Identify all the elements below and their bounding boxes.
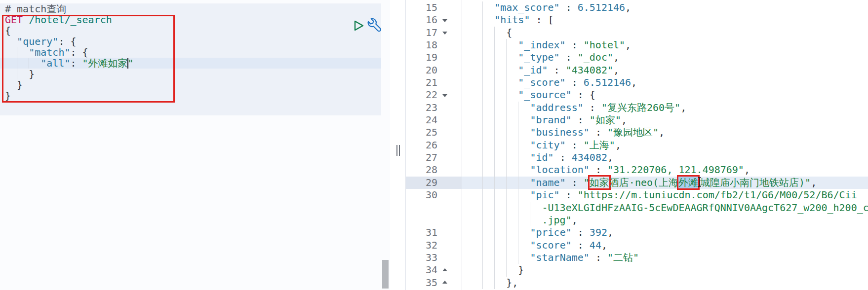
indent-guide-line — [506, 139, 507, 151]
fold-down-icon[interactable] — [442, 19, 447, 22]
indent-guide-line — [506, 114, 507, 126]
request-line: "match": { — [0, 47, 381, 58]
dev-tools-console: # match查询GET /hotel/_search{ "query": { … — [0, 0, 868, 290]
divider-grip-bar — [399, 145, 400, 156]
indent-guide-line — [494, 164, 495, 176]
code-token: 6.512146 — [584, 76, 631, 88]
request-line: } — [0, 90, 381, 101]
code-token: "city" — [530, 139, 565, 151]
request-line: "all": "外滩如家" — [0, 58, 381, 69]
fold-down-icon[interactable] — [442, 32, 447, 35]
code-token: , — [621, 114, 627, 126]
indent-guide-line — [482, 27, 483, 39]
code-token: , — [572, 214, 578, 226]
line-number: 27 — [406, 151, 437, 164]
indent-guide-line — [494, 51, 495, 64]
indent-guide-line — [482, 126, 483, 139]
line-number: 24 — [406, 114, 437, 126]
indent-guide-line — [29, 58, 29, 69]
fold-up-icon[interactable] — [442, 268, 447, 271]
code-token: .jpg" — [542, 214, 572, 226]
line-number: 15 — [406, 1, 437, 14]
code-token: "address" — [530, 102, 583, 113]
indent-guide-line — [518, 164, 518, 176]
pane-divider-handle[interactable] — [395, 145, 401, 156]
code-token: 434082 — [572, 151, 607, 163]
code-text: { — [5, 25, 11, 36]
code-token: : — [590, 164, 607, 176]
indent-guide-line — [494, 264, 495, 276]
code-token: , — [680, 102, 686, 113]
request-editor-lines: # match查询GET /hotel/_search{ "query": { … — [0, 3, 390, 101]
fold-up-icon[interactable] — [442, 281, 447, 284]
code-token: , — [625, 39, 631, 51]
request-options-button[interactable] — [367, 17, 382, 32]
code-token: 6.512146 — [578, 1, 625, 13]
code-token: : { — [70, 46, 88, 58]
indent-guide-line — [494, 76, 495, 89]
code-token: 44 — [590, 239, 601, 251]
indent-guide-line — [506, 39, 507, 51]
indent-guide-line — [482, 226, 483, 239]
response-line: 28 "location" : "31.220706, 121.498769", — [406, 164, 868, 176]
code-token: , — [659, 126, 665, 138]
indent-guide-line — [494, 252, 495, 264]
indent-guide-line — [518, 114, 518, 126]
indent-guide-line — [482, 14, 483, 26]
indent-guide-line — [518, 226, 518, 239]
code-token: , — [613, 51, 619, 63]
indent-guide-line — [506, 151, 507, 164]
line-number: 17 — [406, 27, 437, 39]
console-output-pane[interactable]: 15 "max_score" : 6.512146,16 "hits" : [1… — [406, 0, 868, 290]
indent-guide-line — [518, 189, 518, 201]
line-number: 25 — [406, 126, 437, 139]
indent-guide-line — [482, 189, 483, 201]
code-token: : — [560, 51, 578, 63]
code-token: # match查询 — [5, 3, 66, 15]
line-number: 33 — [406, 252, 437, 264]
code-token: "business" — [530, 126, 589, 138]
response-line: 23 "address" : "复兴东路260号", — [406, 102, 868, 114]
indent-guide-line — [530, 214, 530, 226]
code-token: , — [744, 164, 750, 176]
line-number: 32 — [406, 239, 437, 252]
code-text: "price" : 392, — [471, 226, 613, 238]
code-token: "31.220706, 121.498769" — [607, 164, 744, 176]
code-token: "_type" — [518, 51, 559, 63]
indent-guide-line — [506, 189, 507, 201]
editor-scrollbar-thumb[interactable] — [382, 260, 389, 289]
divider-grip-bar — [396, 145, 397, 156]
response-line: 32 "score" : 44, — [406, 239, 868, 252]
code-text: } — [5, 79, 23, 91]
code-text: "id" : 434082, — [471, 151, 613, 163]
wrench-icon — [367, 17, 382, 32]
indent-guide-line — [17, 47, 17, 58]
response-line: 31 "price" : 392, — [406, 226, 868, 239]
indent-guide-line — [482, 102, 483, 114]
code-token: "_score" — [518, 76, 565, 88]
indent-guide-line — [482, 39, 483, 51]
indent-guide-line — [494, 89, 495, 101]
code-text: { — [471, 27, 512, 38]
code-token: "_doc" — [578, 51, 613, 63]
response-line: 17 { — [406, 27, 868, 39]
response-line: 20 "_id" : "434082", — [406, 64, 868, 76]
console-editor-pane[interactable]: # match查询GET /hotel/_search{ "query": { … — [0, 0, 390, 290]
line-number: 18 — [406, 39, 437, 51]
code-text: "_id" : "434082", — [471, 64, 619, 76]
code-token: 392 — [590, 226, 607, 238]
code-token: "all" — [40, 57, 70, 69]
code-token: } — [17, 79, 23, 91]
indent-guide-line — [494, 139, 495, 151]
send-request-button[interactable] — [354, 20, 364, 32]
code-token: : — [566, 177, 584, 188]
indent-guide-line — [482, 64, 483, 76]
indent-guide-line — [482, 76, 483, 89]
code-token: "name" — [530, 177, 565, 188]
fold-down-icon[interactable] — [442, 94, 447, 97]
indent-guide-line — [494, 214, 495, 226]
code-token: , — [811, 177, 817, 188]
indent-guide-line — [482, 177, 483, 189]
code-token: : { — [58, 36, 76, 47]
line-number: 30 — [406, 189, 437, 201]
